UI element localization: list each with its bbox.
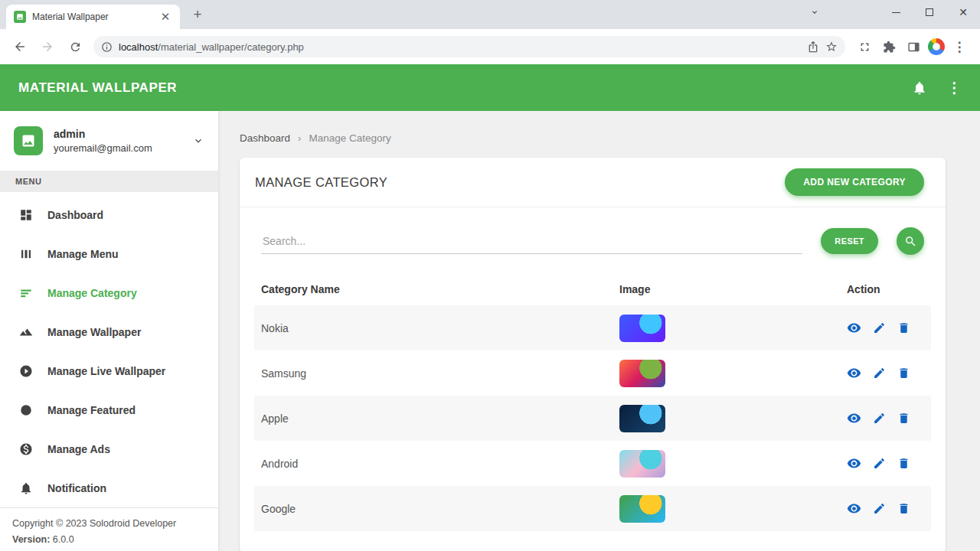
category-name: Android	[261, 458, 619, 470]
search-input[interactable]	[261, 229, 802, 254]
delete-trash-icon[interactable]	[897, 457, 910, 470]
tab-search-chevron-icon[interactable]	[798, 0, 831, 24]
view-eye-icon[interactable]	[847, 456, 861, 471]
row-actions	[847, 456, 924, 471]
edit-pencil-icon[interactable]	[873, 412, 886, 425]
sidebar-item-manage-category[interactable]: Manage Category	[0, 273, 218, 312]
filled-circle-icon	[18, 403, 34, 418]
table-row: Apple	[254, 396, 931, 441]
table-row: Google	[254, 486, 931, 531]
delete-trash-icon[interactable]	[897, 502, 910, 515]
table-header-row: Category Name Image Action	[254, 273, 931, 305]
breadcrumb-current: Manage Category	[309, 132, 391, 144]
category-thumbnail	[619, 405, 665, 432]
sidebar-item-manage-ads[interactable]: Manage Ads	[0, 429, 218, 468]
edit-pencil-icon[interactable]	[873, 502, 886, 515]
edit-pencil-icon[interactable]	[873, 321, 886, 334]
sidebar-item-label: Manage Live Wallpaper	[47, 365, 165, 377]
sidebar-item-manage-menu[interactable]: Manage Menu	[0, 234, 218, 273]
category-thumbnail	[619, 450, 665, 478]
col-header-action: Action	[847, 283, 924, 295]
row-actions	[847, 501, 924, 516]
breadcrumb-dashboard[interactable]: Dashboard	[240, 132, 290, 144]
view-eye-icon[interactable]	[847, 321, 861, 335]
sidebar-item-label: Notification	[47, 482, 106, 494]
fullscreen-icon[interactable]	[854, 37, 874, 57]
window-minimize-button[interactable]	[879, 0, 913, 24]
profile-email: youremail@gmail.com	[54, 142, 152, 154]
window-maximize-button[interactable]	[913, 0, 946, 24]
browser-menu-kebab-icon[interactable]: ⋮	[949, 37, 969, 57]
menu-section-label: MENU	[0, 171, 218, 192]
sidebar-item-label: Manage Ads	[47, 443, 110, 455]
profile-avatar	[14, 126, 43, 155]
back-button[interactable]	[9, 36, 31, 57]
notification-bell-icon[interactable]	[912, 80, 927, 96]
dollar-circle-icon	[18, 442, 34, 457]
sidebar-item-label: Dashboard	[47, 209, 103, 221]
sidebar-item-label: Manage Wallpaper	[47, 326, 141, 338]
profile-name: admin	[54, 128, 152, 140]
forward-button[interactable]	[37, 36, 58, 57]
category-thumbnail	[619, 360, 665, 387]
sidebar-item-dashboard[interactable]: Dashboard	[0, 195, 218, 234]
sidebar-item-manage-wallpaper[interactable]: Manage Wallpaper	[0, 312, 218, 351]
new-tab-button[interactable]: +	[188, 5, 207, 24]
url-text[interactable]: localhost/material_wallpaper/category.ph…	[119, 41, 801, 53]
category-thumbnail	[619, 495, 665, 523]
col-header-image: Image	[619, 283, 847, 295]
app-title: MATERIAL WALLPAPER	[18, 80, 177, 96]
extensions-puzzle-icon[interactable]	[879, 37, 899, 57]
reset-button[interactable]: RESET	[821, 228, 878, 254]
sidebar-item-label: Manage Featured	[47, 404, 136, 416]
bookmark-star-icon[interactable]	[825, 41, 838, 53]
search-icon	[904, 235, 917, 248]
category-name: Google	[261, 503, 619, 515]
col-header-category-name: Category Name	[261, 283, 619, 295]
sidebar-item-label: Manage Category	[47, 287, 137, 299]
row-actions	[847, 321, 924, 335]
reload-button[interactable]	[64, 36, 86, 57]
play-circle-icon	[18, 364, 34, 379]
category-table: Category Name Image Action Nokia	[254, 273, 931, 531]
add-new-category-button[interactable]: ADD NEW CATEGORY	[785, 168, 924, 196]
delete-trash-icon[interactable]	[897, 321, 910, 334]
sidebar-item-manage-live-wallpaper[interactable]: Manage Live Wallpaper	[0, 351, 218, 390]
edit-pencil-icon[interactable]	[873, 367, 886, 380]
breadcrumb-separator: ›	[298, 132, 302, 144]
browser-toolbar: localhost/material_wallpaper/category.ph…	[0, 29, 980, 64]
sidebar-item-notification[interactable]: Notification	[0, 468, 218, 507]
table-row: Samsung	[254, 350, 931, 396]
browser-tab[interactable]: Material Wallpaper ✕	[6, 5, 180, 29]
profile-block[interactable]: admin youremail@gmail.com	[0, 111, 218, 171]
tab-favicon-icon	[14, 11, 26, 23]
profile-avatar-icon[interactable]	[928, 38, 945, 55]
app-menu-kebab-icon[interactable]: ⋮	[947, 79, 962, 96]
sidebar: admin youremail@gmail.com MENU Dashboard…	[0, 111, 218, 551]
tab-close-icon[interactable]: ✕	[158, 10, 172, 24]
delete-trash-icon[interactable]	[897, 367, 910, 380]
url-path: /material_wallpaper/category.php	[158, 41, 304, 53]
bell-icon	[18, 481, 34, 496]
share-icon[interactable]	[807, 41, 819, 53]
site-info-icon[interactable]	[101, 41, 113, 53]
delete-trash-icon[interactable]	[897, 412, 910, 425]
url-domain: localhost	[119, 41, 158, 53]
edit-pencil-icon[interactable]	[873, 457, 886, 470]
address-bar[interactable]: localhost/material_wallpaper/category.ph…	[93, 36, 845, 57]
row-actions	[847, 411, 924, 425]
version-text: Version: 6.0.0	[12, 532, 206, 548]
tab-title: Material Wallpaper	[32, 11, 158, 22]
side-panel-icon[interactable]	[903, 37, 923, 57]
view-eye-icon[interactable]	[847, 411, 861, 425]
view-eye-icon[interactable]	[847, 501, 861, 516]
sidebar-menu: Dashboard Manage Menu Manage Category Ma…	[0, 192, 218, 507]
mountain-icon	[18, 324, 34, 340]
search-button[interactable]	[897, 227, 924, 255]
chevron-down-icon[interactable]	[192, 135, 204, 147]
category-name: Apple	[261, 412, 619, 425]
view-eye-icon[interactable]	[847, 366, 861, 380]
window-close-button[interactable]: ✕	[946, 0, 980, 24]
sidebar-item-manage-featured[interactable]: Manage Featured	[0, 390, 218, 429]
app-header: MATERIAL WALLPAPER ⋮	[0, 64, 980, 111]
